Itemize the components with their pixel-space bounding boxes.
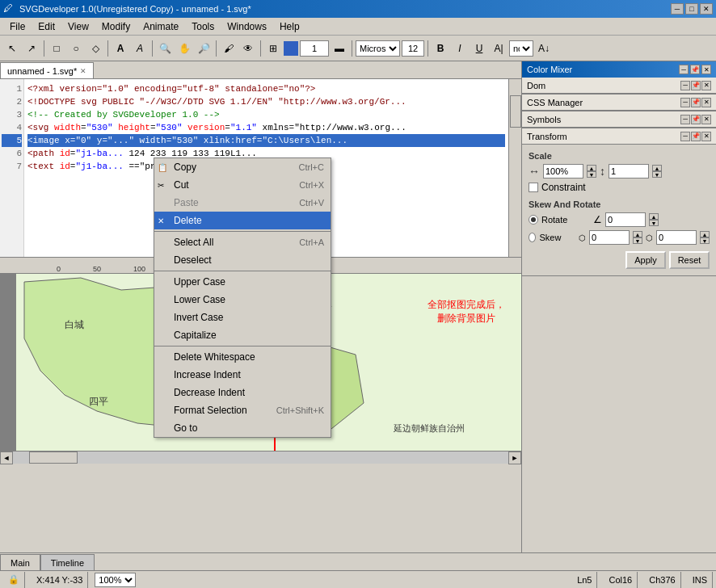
font-family-select[interactable]: Micros [356,40,400,57]
editor-tab[interactable]: unnamed - 1.svg* ✕ [0,62,94,78]
menu-animate[interactable]: Animate [137,19,185,34]
constraint-checkbox[interactable] [529,183,538,192]
rotate-input[interactable] [605,212,646,227]
color-mixer-minimize[interactable]: ─ [679,65,689,74]
menu-modify[interactable]: Modify [95,19,137,34]
skew-y-input[interactable] [656,230,697,245]
dom-pin-btn[interactable]: 📌 [691,81,701,90]
eye-tool[interactable]: 👁 [239,40,257,57]
ctx-lower-case[interactable]: Lower Case [154,291,331,309]
editor-tab-close[interactable]: ✕ [80,67,86,75]
dom-close-btn[interactable]: ✕ [701,81,711,90]
scroll-thumb[interactable] [29,452,78,464]
italic-btn[interactable]: I [451,40,469,57]
dom-panel-header[interactable]: Dom ─ 📌 ✕ [522,78,716,94]
menu-windows[interactable]: Windows [221,19,273,34]
rotate-down-btn[interactable]: ▼ [649,220,659,226]
transform-close-btn[interactable]: ✕ [701,132,711,141]
base-btn[interactable]: A↓ [535,40,553,57]
transform-minimize-btn[interactable]: ─ [680,132,690,141]
scale-x-down-btn[interactable]: ▼ [587,171,596,178]
css-close-btn[interactable]: ✕ [701,98,711,107]
ctx-format-selection[interactable]: Format Selection Ctrl+Shift+K [154,401,331,419]
pan-tool[interactable]: ✋ [175,40,193,57]
css-pin-btn[interactable]: 📌 [691,98,701,107]
rotate-up-btn[interactable]: ▲ [649,213,659,220]
scroll-right-btn[interactable]: ► [508,452,521,464]
symbols-pin-btn[interactable]: 📌 [691,115,701,124]
transform-pin-btn[interactable]: 📌 [691,132,701,141]
dom-minimize-btn[interactable]: ─ [680,81,690,90]
magnify-tool[interactable]: 🔎 [195,40,213,57]
grid-tool[interactable]: ⊞ [264,40,282,57]
scale-x-input[interactable] [543,164,583,178]
scroll-left-btn[interactable]: ◄ [0,452,13,464]
paint-tool[interactable]: 🖌 [220,40,238,57]
ctx-deselect[interactable]: Deselect [154,251,331,269]
transform-header[interactable]: Transform ─ 📌 ✕ [522,128,716,145]
css-minimize-btn[interactable]: ─ [680,98,690,107]
main-tab[interactable]: Main [0,554,40,570]
zoom-tool[interactable]: 🔍 [156,40,174,57]
zoom-select[interactable]: 100% [95,573,136,587]
css-manager-header[interactable]: CSS Manager ─ 📌 ✕ [522,94,716,111]
skew-radio[interactable] [529,233,536,242]
skew-y-down-btn[interactable]: ▼ [700,237,710,244]
scale-y-down-btn[interactable]: ▼ [652,171,662,178]
scroll-track[interactable] [13,452,508,464]
rotate-radio[interactable] [529,215,538,225]
timeline-tab[interactable]: Timeline [40,554,95,570]
node-tool[interactable]: ↗ [23,40,40,57]
symbols-close-btn[interactable]: ✕ [701,115,711,124]
menu-edit[interactable]: Edit [32,19,61,34]
menu-help[interactable]: Help [273,19,306,34]
select-tool[interactable]: ↖ [3,40,21,57]
color-box[interactable] [284,41,298,56]
close-button[interactable]: ✕ [700,3,713,15]
poly-tool[interactable]: ◇ [86,40,104,57]
color-mixer-close[interactable]: ✕ [701,65,711,74]
ctx-invert-case[interactable]: Invert Case [154,309,331,326]
apply-button[interactable]: Apply [625,251,666,269]
skew-x-input[interactable] [589,230,630,245]
underline-btn[interactable]: U [470,40,488,57]
ctx-capitalize[interactable]: Capitalize [154,326,331,344]
text-italic[interactable]: A [131,40,149,57]
toolbar-value-input[interactable] [300,40,329,57]
ctx-go-to[interactable]: Go to [154,419,331,437]
ctx-cut[interactable]: ✂ Cut Ctrl+X [154,176,331,194]
minimize-button[interactable]: ─ [671,3,684,15]
ctx-copy[interactable]: 📋 Copy Ctrl+C [154,158,331,176]
h-scrollbar[interactable]: ◄ ► [0,451,521,464]
ctx-paste[interactable]: Paste Ctrl+V [154,194,331,212]
symbols-minimize-btn[interactable]: ─ [680,115,690,124]
editor-scrollbar[interactable] [508,79,521,257]
skew-y-up-btn[interactable]: ▲ [700,231,710,237]
symbols-header[interactable]: Symbols ─ 📌 ✕ [522,111,716,128]
color-mixer-pin[interactable]: 📌 [690,65,700,74]
ctx-delete-whitespace[interactable]: Delete Whitespace [154,348,331,366]
reset-button[interactable]: Reset [669,251,710,269]
bold-btn[interactable]: B [432,40,449,57]
menu-tools[interactable]: Tools [185,19,221,34]
ctx-select-all[interactable]: Select All Ctrl+A [154,233,331,251]
align-left-btn[interactable]: A| [490,40,508,57]
ellipse-tool[interactable]: ○ [67,40,85,57]
scale-y-input[interactable] [609,164,649,178]
ctx-decrease-indent[interactable]: Decrease Indent [154,384,331,401]
menu-view[interactable]: View [61,19,95,34]
skew-x-up-btn[interactable]: ▲ [633,231,642,237]
scale-x-up-btn[interactable]: ▲ [587,165,596,171]
ctx-increase-indent[interactable]: Increase Indent [154,366,331,384]
skew-x-down-btn[interactable]: ▼ [633,237,642,244]
ctx-delete[interactable]: ✕ Delete [154,212,331,229]
maximize-button[interactable]: □ [685,3,698,15]
ctx-upper-case[interactable]: Upper Case [154,273,331,291]
more-tool[interactable]: ▬ [331,40,348,57]
text-style-select[interactable]: nor [509,40,533,57]
font-size-input[interactable] [402,40,424,57]
rect-tool[interactable]: □ [48,40,65,57]
menu-file[interactable]: File [3,19,32,34]
scale-y-up-btn[interactable]: ▲ [652,165,662,171]
text-tool[interactable]: A [112,40,129,57]
